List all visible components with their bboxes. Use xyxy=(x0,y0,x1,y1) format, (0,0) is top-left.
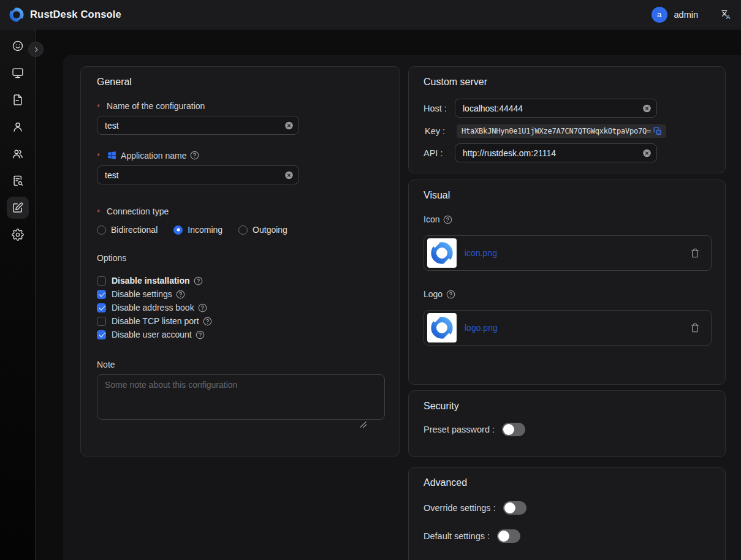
main-panel: General Name of the configuration xyxy=(63,55,741,560)
gear-icon xyxy=(12,229,24,241)
icon-label: Icon xyxy=(424,214,710,224)
sidebar-item-devices[interactable] xyxy=(7,62,29,84)
chevron-right-icon xyxy=(32,46,40,53)
radio-bidirectional[interactable]: Bidirectional xyxy=(97,225,158,235)
logo-thumbnail xyxy=(427,313,457,342)
api-input[interactable] xyxy=(455,143,657,162)
checkbox-icon xyxy=(97,317,106,326)
note-textarea[interactable] xyxy=(97,374,385,420)
logo-upload-box: logo.png xyxy=(424,310,712,346)
sidebar xyxy=(0,29,36,560)
translate-icon[interactable]: A xyxy=(720,8,732,21)
preset-password-label: Preset password : xyxy=(424,425,495,434)
config-name-field xyxy=(97,116,299,135)
note-label: Note xyxy=(97,360,384,369)
sidebar-item-dashboard[interactable] xyxy=(7,35,29,57)
brand: RustDesk Console xyxy=(9,7,121,23)
help-icon[interactable] xyxy=(196,330,205,339)
icon-thumbnail xyxy=(427,238,457,268)
help-icon[interactable] xyxy=(176,290,185,299)
api-field xyxy=(455,143,657,162)
sidebar-item-groups[interactable] xyxy=(7,143,29,165)
api-row: API : xyxy=(424,143,710,162)
default-settings-toggle[interactable] xyxy=(497,529,520,543)
config-name-input[interactable] xyxy=(97,116,299,135)
options-label: Options xyxy=(97,253,384,263)
clear-icon[interactable] xyxy=(642,104,652,113)
override-settings-row: Override settings : xyxy=(424,501,710,515)
checkbox-disable-settings[interactable]: Disable settings xyxy=(97,287,384,301)
custom-server-title: Custom server xyxy=(424,77,710,88)
checkbox-disable-user-account[interactable]: Disable user account xyxy=(97,328,384,341)
content-area: General Name of the configuration xyxy=(0,29,741,560)
visual-card: Visual Icon xyxy=(408,180,726,385)
visual-title: Visual xyxy=(424,190,710,201)
key-row: Key : HtaXBkJNHyn0e1U1jWXze7A7CN7QTGWqxk… xyxy=(424,124,710,138)
trash-icon[interactable] xyxy=(690,323,700,333)
key-value-chip: HtaXBkJNHyn0e1U1jWXze7A7CN7QTGWqxkOtpaVp… xyxy=(457,124,666,138)
help-icon[interactable] xyxy=(446,290,455,299)
checkbox-icon xyxy=(97,290,106,299)
help-icon[interactable] xyxy=(194,276,203,286)
general-card: General Name of the configuration xyxy=(80,66,400,456)
textarea-resize-handle[interactable] xyxy=(360,422,367,428)
checkbox-disable-installation[interactable]: Disable installation xyxy=(97,274,384,287)
sidebar-expand-button[interactable] xyxy=(28,42,44,57)
preset-password-row: Preset password : xyxy=(424,423,710,436)
icon-file-link[interactable]: icon.png xyxy=(465,248,497,258)
host-row: Host : xyxy=(424,99,710,118)
logo-file-link[interactable]: logo.png xyxy=(465,323,498,333)
host-input[interactable] xyxy=(455,99,657,118)
connection-type-label: Connection type xyxy=(97,206,384,216)
radio-outgoing[interactable]: Outgoing xyxy=(238,225,287,235)
connection-type-group: Bidirectional Incoming Outgoing xyxy=(97,225,384,235)
clear-icon[interactable] xyxy=(284,121,294,130)
default-settings-row: Default settings : xyxy=(424,529,710,543)
host-label: Host : xyxy=(424,104,455,113)
copy-icon[interactable] xyxy=(653,127,662,135)
api-label: API : xyxy=(424,148,455,158)
svg-text:A: A xyxy=(726,14,731,20)
trash-icon[interactable] xyxy=(690,248,700,258)
config-name-label: Name of the configuration xyxy=(97,101,384,111)
checkbox-icon xyxy=(97,330,106,339)
logo-label: Logo xyxy=(424,289,710,299)
edit-icon xyxy=(12,202,24,214)
security-card: Security Preset password : xyxy=(408,390,726,457)
advanced-card: Advanced Override settings : Default set… xyxy=(408,467,726,560)
checkbox-disable-tcp-listen-port[interactable]: Disable TCP listen port xyxy=(97,314,384,328)
monitor-icon xyxy=(12,67,24,79)
sidebar-item-settings[interactable] xyxy=(7,224,29,246)
clear-icon[interactable] xyxy=(284,170,294,180)
help-icon[interactable] xyxy=(203,317,212,326)
custom-server-card: Custom server Host : Key : HtaXBkJNHyn0e… xyxy=(408,66,726,173)
help-icon[interactable] xyxy=(190,151,199,160)
help-icon[interactable] xyxy=(443,215,452,224)
icon-upload-box: icon.png xyxy=(424,235,712,271)
username[interactable]: admin xyxy=(674,10,699,20)
preset-password-toggle[interactable] xyxy=(502,423,525,436)
users-icon xyxy=(12,148,24,160)
key-label: Key : xyxy=(425,126,456,136)
radio-icon xyxy=(97,225,106,235)
checkbox-disable-address-book[interactable]: Disable address book xyxy=(97,301,384,314)
user-icon xyxy=(12,121,24,133)
sidebar-item-custom-clients[interactable] xyxy=(7,197,29,219)
sidebar-item-logs[interactable] xyxy=(7,89,29,111)
app-name-input[interactable] xyxy=(97,165,299,184)
general-title: General xyxy=(97,77,384,88)
override-settings-toggle[interactable] xyxy=(503,501,526,515)
help-icon[interactable] xyxy=(198,303,207,312)
sidebar-item-audit[interactable] xyxy=(7,170,29,192)
default-settings-label: Default settings : xyxy=(424,531,490,541)
rustdesk-logo-icon xyxy=(9,7,25,23)
sidebar-item-users[interactable] xyxy=(7,116,29,138)
top-bar: RustDesk Console a admin A xyxy=(0,0,741,29)
user-avatar[interactable]: a xyxy=(652,7,667,23)
radio-icon xyxy=(173,225,183,235)
app-name-label: Application name xyxy=(97,150,384,161)
radio-incoming[interactable]: Incoming xyxy=(173,225,222,235)
key-value: HtaXBkJNHyn0e1U1jWXze7A7CN7QTGWqxkOtpaVp… xyxy=(462,127,651,135)
clear-icon[interactable] xyxy=(642,148,652,157)
document-search-icon xyxy=(12,175,24,187)
